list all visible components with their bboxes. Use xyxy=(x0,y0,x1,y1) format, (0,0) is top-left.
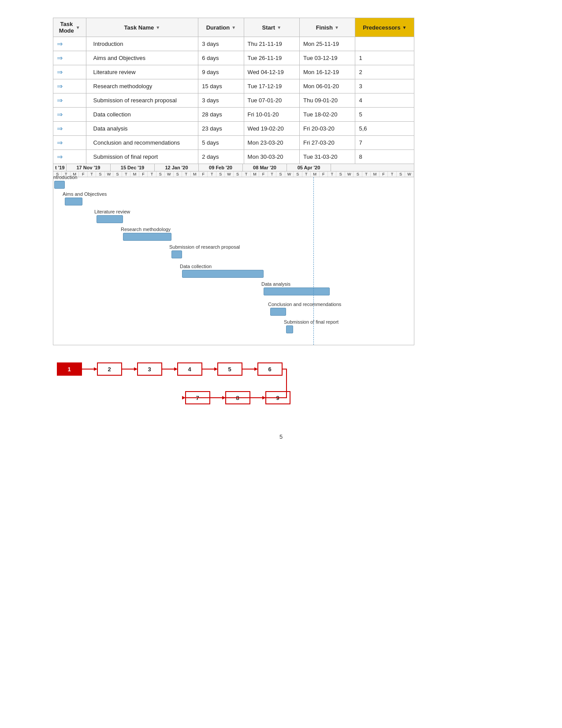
sort-arrow-finish: ▼ xyxy=(335,25,339,30)
duration-cell: 28 days xyxy=(198,108,244,122)
svg-text:5: 5 xyxy=(228,366,231,373)
task-mode-cell: ⇒ xyxy=(53,108,86,122)
day-cell: T xyxy=(362,172,371,177)
day-cell: W xyxy=(345,172,354,177)
task-name-cell: Data collection xyxy=(86,108,198,122)
task-mode-icon: ⇒ xyxy=(57,40,63,48)
day-cell: F xyxy=(199,172,208,177)
start-cell: Tue 07-01-20 xyxy=(244,93,299,108)
task-mode-cell: ⇒ xyxy=(53,79,86,93)
predecessors-cell xyxy=(355,37,414,51)
day-cell: F xyxy=(380,172,388,177)
finish-cell: Thu 09-01-20 xyxy=(300,93,355,108)
finish-cell: Mon 06-01-20 xyxy=(300,79,355,93)
task-mode-icon: ⇒ xyxy=(57,54,63,62)
duration-cell: 23 days xyxy=(198,122,244,136)
gantt-task-label: Conclusion and recommendations xyxy=(268,302,341,307)
day-cell: S xyxy=(354,172,362,177)
day-cell: T xyxy=(268,172,276,177)
th-duration[interactable]: Duration ▼ xyxy=(198,18,244,37)
start-cell: Thu 21-11-19 xyxy=(244,37,299,51)
day-cell: T xyxy=(148,172,156,177)
day-cell: S xyxy=(294,172,302,177)
day-cell: S xyxy=(156,172,165,177)
day-cell: W xyxy=(225,172,233,177)
start-cell: Mon 23-03-20 xyxy=(244,136,299,150)
svg-marker-15 xyxy=(214,367,218,371)
finish-cell: Fri 27-03-20 xyxy=(300,136,355,150)
th-finish[interactable]: Finish ▼ xyxy=(300,18,355,37)
day-cell: M xyxy=(311,172,319,177)
predecessors-cell: 5 xyxy=(355,108,414,122)
task-mode-cell: ⇒ xyxy=(53,93,86,108)
finish-cell: Fri 20-03-20 xyxy=(300,122,355,136)
svg-marker-11 xyxy=(174,367,178,371)
predecessors-cell: 4 xyxy=(355,93,414,108)
gantt-bar xyxy=(286,325,293,333)
gantt-task-label: Aims and Objectives xyxy=(63,191,107,197)
day-cell: T xyxy=(388,172,396,177)
svg-text:3: 3 xyxy=(148,366,151,373)
gantt-task-label: Submission of final report xyxy=(284,319,339,325)
th-task-name[interactable]: Task Name ▼ xyxy=(86,18,198,37)
task-mode-cell: ⇒ xyxy=(53,37,86,51)
start-cell: Tue 17-12-19 xyxy=(244,79,299,93)
task-mode-cell: ⇒ xyxy=(53,65,86,79)
svg-text:1: 1 xyxy=(67,366,71,373)
start-cell: Mon 30-03-20 xyxy=(244,150,299,164)
task-name-cell: Conclusion and recommendations xyxy=(86,136,198,150)
day-cell: F xyxy=(320,172,328,177)
gantt-bar xyxy=(182,270,264,278)
day-cell: M xyxy=(191,172,199,177)
task-name-cell: Submission of final report xyxy=(86,150,198,164)
task-name-cell: Data analysis xyxy=(86,122,198,136)
predecessors-cell: 8 xyxy=(355,150,414,164)
day-cell: M xyxy=(251,172,259,177)
day-cell: T xyxy=(182,172,190,177)
task-name-cell: Aims and Objectives xyxy=(86,51,198,65)
svg-marker-32 xyxy=(182,396,186,399)
predecessors-cell: 7 xyxy=(355,136,414,150)
svg-text:6: 6 xyxy=(268,366,271,373)
duration-cell: 6 days xyxy=(198,51,244,65)
sort-arrow-pred: ▼ xyxy=(402,25,406,30)
task-mode-icon: ⇒ xyxy=(57,153,63,161)
predecessors-cell: 1 xyxy=(355,51,414,65)
gantt-bar xyxy=(97,215,123,223)
day-cell: T xyxy=(328,172,336,177)
th-predecessors[interactable]: Predecessors ▼ xyxy=(355,18,414,37)
task-mode-cell: ⇒ xyxy=(53,51,86,65)
network-svg: 123456789 xyxy=(53,354,414,416)
day-cell: T xyxy=(208,172,216,177)
gantt-table: Task Mode ▼ Task Name ▼ Duration ▼ Start xyxy=(53,18,414,164)
day-cell: S xyxy=(397,172,405,177)
day-cell: S xyxy=(276,172,285,177)
th-start[interactable]: Start ▼ xyxy=(244,18,299,37)
day-cell: T xyxy=(88,172,96,177)
th-task-mode[interactable]: Task Mode ▼ xyxy=(53,18,86,37)
day-cell: T xyxy=(122,172,130,177)
gantt-bar xyxy=(54,181,65,189)
finish-cell: Tue 18-02-20 xyxy=(300,108,355,122)
day-cell: M xyxy=(130,172,139,177)
task-mode-cell: ⇒ xyxy=(53,136,86,150)
day-cell: W xyxy=(165,172,173,177)
duration-cell: 5 days xyxy=(198,136,244,150)
gantt-bar xyxy=(264,287,330,295)
gantt-task-label: Literature review xyxy=(94,209,130,214)
task-name-cell: Research methodology xyxy=(86,79,198,93)
finish-cell: Tue 03-12-19 xyxy=(300,51,355,65)
svg-text:4: 4 xyxy=(188,366,191,373)
duration-cell: 15 days xyxy=(198,79,244,93)
day-cell: F xyxy=(259,172,268,177)
sort-arrow-mode: ▼ xyxy=(76,25,80,30)
task-mode-cell: ⇒ xyxy=(53,122,86,136)
start-cell: Wed 19-02-20 xyxy=(244,122,299,136)
finish-cell: Tue 31-03-20 xyxy=(300,150,355,164)
day-cell: T xyxy=(302,172,311,177)
svg-marker-19 xyxy=(254,367,258,371)
period-label: 08 Mar '20 xyxy=(243,164,287,171)
start-cell: Fri 10-01-20 xyxy=(244,108,299,122)
task-name-cell: Introduction xyxy=(86,37,198,51)
finish-cell: Mon 25-11-19 xyxy=(300,37,355,51)
